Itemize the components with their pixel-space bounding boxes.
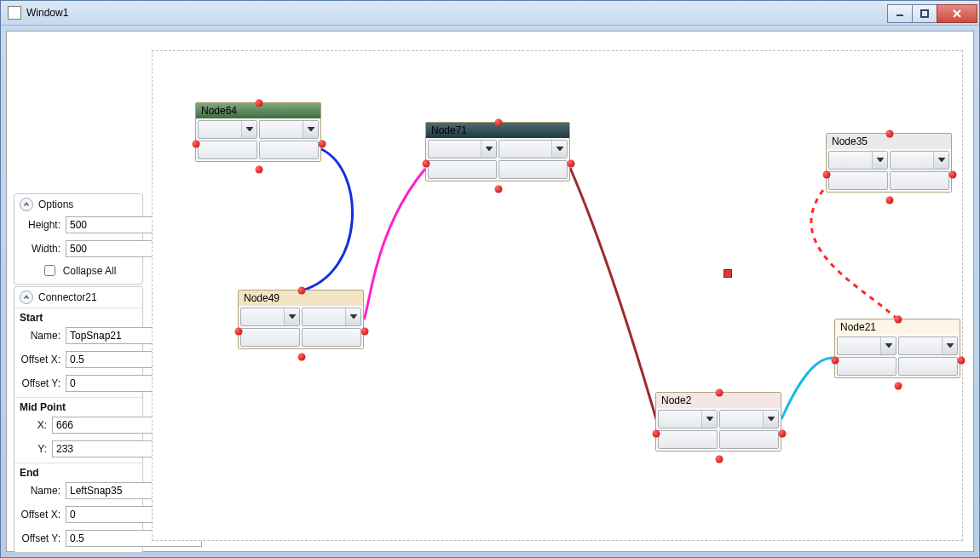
node-button[interactable] xyxy=(828,171,888,190)
node-button[interactable] xyxy=(719,430,779,449)
snap-left[interactable] xyxy=(653,430,660,438)
options-header[interactable]: Options xyxy=(14,194,142,215)
node-dropdown[interactable] xyxy=(198,120,257,139)
snap-right[interactable] xyxy=(779,430,787,438)
snap-right[interactable] xyxy=(958,357,966,365)
snap-bottom[interactable] xyxy=(716,456,723,463)
node-dropdown[interactable] xyxy=(898,337,958,355)
node-button[interactable] xyxy=(890,171,949,190)
snap-top[interactable] xyxy=(495,119,503,127)
chevron-down-icon xyxy=(942,337,957,354)
window-buttons xyxy=(888,4,977,21)
connector-w21-35[interactable] xyxy=(811,186,897,319)
snap-top[interactable] xyxy=(895,316,902,324)
diagram-canvas[interactable]: Node64Node71Node49Node35Node21Node2 xyxy=(152,50,963,541)
start-offx-label: Offset X: xyxy=(20,354,62,365)
node-button[interactable] xyxy=(499,160,568,179)
chevron-down-icon xyxy=(551,141,567,158)
snap-bottom[interactable] xyxy=(256,166,263,174)
client-area: Options Height: Width: Collapse All xyxy=(6,31,974,552)
close-button[interactable] xyxy=(937,4,977,23)
maximize-button[interactable] xyxy=(912,4,937,23)
options-header-label: Options xyxy=(38,198,73,210)
collapse-row: Collapse All xyxy=(14,262,142,284)
node-button[interactable] xyxy=(240,328,300,347)
node-dropdown[interactable] xyxy=(259,120,319,139)
node-Node21[interactable]: Node21 xyxy=(834,319,960,378)
connector-header[interactable]: Connector21 xyxy=(14,287,142,308)
node-dropdown[interactable] xyxy=(302,308,361,326)
snap-right[interactable] xyxy=(319,141,326,148)
window-frame: Window1 Options xyxy=(0,0,980,558)
app-icon xyxy=(8,6,21,20)
end-name-label: Name: xyxy=(20,485,62,497)
snap-left[interactable] xyxy=(832,357,839,365)
width-row: Width: xyxy=(14,239,142,262)
chevron-down-icon xyxy=(345,308,360,325)
snap-top[interactable] xyxy=(886,130,894,138)
start-offy-row: Offset Y: xyxy=(14,373,142,397)
snap-bottom[interactable] xyxy=(886,197,894,204)
start-offx-row: Offset X: xyxy=(14,349,142,373)
node-dropdown[interactable] xyxy=(828,151,888,170)
node-body xyxy=(827,149,951,192)
options-group: Options Height: Width: Collapse All xyxy=(14,193,143,285)
node-Node49[interactable]: Node49 xyxy=(238,290,364,349)
snap-top[interactable] xyxy=(256,100,263,107)
node-Node64[interactable]: Node64 xyxy=(195,102,321,162)
maximize-icon xyxy=(920,9,929,18)
node-button[interactable] xyxy=(198,141,257,159)
mid-y-row: Y: xyxy=(14,439,142,463)
height-label: Height: xyxy=(20,219,62,231)
snap-bottom[interactable] xyxy=(298,354,306,361)
snap-right[interactable] xyxy=(949,171,957,179)
end-offy-label: Offset Y: xyxy=(20,532,62,544)
node-dropdown[interactable] xyxy=(719,410,779,429)
node-dropdown[interactable] xyxy=(837,337,896,355)
connector-w64-49[interactable] xyxy=(302,149,353,291)
node-button[interactable] xyxy=(898,357,958,376)
node-body xyxy=(239,306,363,348)
node-body xyxy=(656,408,781,451)
snap-top[interactable] xyxy=(716,389,723,397)
minimize-button[interactable] xyxy=(887,4,913,23)
snap-right[interactable] xyxy=(568,160,575,168)
snap-left[interactable] xyxy=(193,141,200,148)
snap-left[interactable] xyxy=(423,160,430,168)
snap-left[interactable] xyxy=(823,171,831,179)
node-button[interactable] xyxy=(658,430,718,449)
connector-w71-49[interactable] xyxy=(364,169,425,319)
chevron-down-icon xyxy=(481,141,496,158)
minimize-icon xyxy=(896,9,904,18)
mid-subheader: Mid Point xyxy=(14,397,142,415)
end-offx-label: Offset X: xyxy=(20,509,62,521)
snap-left[interactable] xyxy=(235,328,243,336)
node-dropdown[interactable] xyxy=(428,140,497,158)
node-dropdown[interactable] xyxy=(240,308,300,326)
node-dropdown[interactable] xyxy=(890,151,949,170)
connector-w2-21[interactable] xyxy=(781,358,835,419)
node-Node71[interactable]: Node71 xyxy=(425,122,570,181)
node-button[interactable] xyxy=(302,328,361,347)
start-name-label: Name: xyxy=(20,330,62,342)
midpoint-handle[interactable] xyxy=(723,269,732,278)
node-Node2[interactable]: Node2 xyxy=(655,392,781,452)
node-button[interactable] xyxy=(837,357,896,376)
snap-top[interactable] xyxy=(298,287,306,295)
snap-bottom[interactable] xyxy=(495,186,503,193)
node-button[interactable] xyxy=(428,160,497,179)
connector-w71-2[interactable] xyxy=(570,168,656,419)
node-button[interactable] xyxy=(259,141,319,159)
chevron-down-icon xyxy=(241,121,257,138)
start-subheader: Start xyxy=(14,308,142,325)
end-offx-row: Offset X: xyxy=(14,504,142,528)
titlebar[interactable]: Window1 xyxy=(1,1,979,26)
snap-right[interactable] xyxy=(361,328,369,336)
snap-bottom[interactable] xyxy=(895,383,902,390)
node-dropdown[interactable] xyxy=(658,410,718,429)
node-Node35[interactable]: Node35 xyxy=(826,133,952,193)
node-dropdown[interactable] xyxy=(499,140,568,158)
mid-y-label: Y: xyxy=(20,443,49,455)
collapse-all-checkbox[interactable] xyxy=(44,265,55,276)
connector-group: Connector21 Start Name: Offset X: Offset… xyxy=(14,286,143,553)
